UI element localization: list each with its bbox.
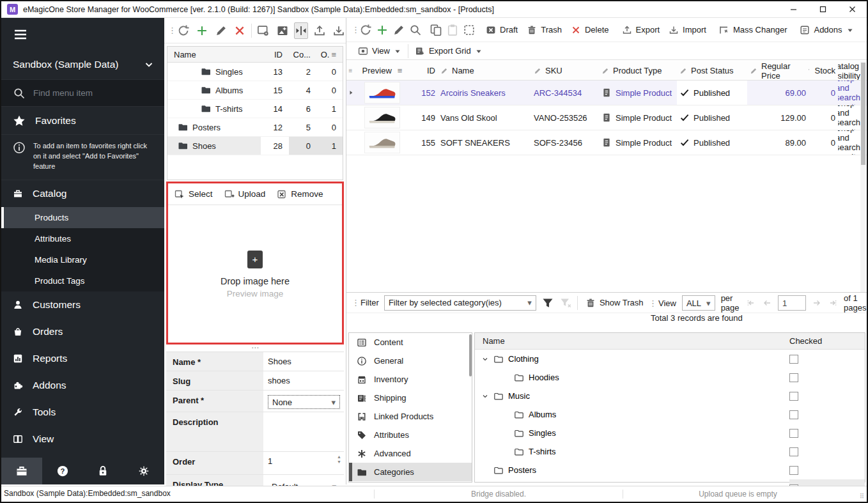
add-category-button[interactable]	[195, 22, 209, 39]
sidebar-item-catalog[interactable]: Catalog	[1, 180, 164, 207]
split-view-button[interactable]	[294, 22, 309, 39]
grid-col-preview[interactable]: Preview≡	[355, 61, 410, 80]
download-image-button[interactable]	[332, 22, 346, 39]
image-edit-button[interactable]	[275, 22, 289, 39]
category-checkbox[interactable]	[789, 447, 798, 456]
collapse-icon[interactable]	[481, 355, 489, 363]
search-products-button[interactable]	[409, 22, 422, 38]
page-number-input[interactable]	[778, 295, 806, 311]
refresh-button[interactable]	[176, 22, 190, 39]
parent-select[interactable]: None▾	[268, 395, 340, 409]
add-product-button[interactable]	[376, 22, 389, 38]
spinner-arrows[interactable]: ▲▼	[337, 455, 341, 464]
edit-category-button[interactable]	[214, 22, 228, 39]
sidebar-item-view[interactable]: View	[1, 426, 164, 453]
category-checkbox[interactable]	[789, 392, 798, 401]
assign-row-t-shirts[interactable]: T-shirts	[475, 442, 865, 461]
tab-general[interactable]: General	[349, 352, 472, 370]
next-page-icon[interactable]	[812, 298, 822, 308]
minimize-button[interactable]	[779, 1, 808, 17]
panel-splitter[interactable]: ⋯	[164, 346, 346, 351]
category-checkbox[interactable]	[789, 429, 798, 438]
draft-button[interactable]: Draft	[483, 25, 520, 35]
grid-col-name[interactable]: Name	[438, 61, 531, 80]
menu-search[interactable]	[1, 79, 164, 106]
trash-button[interactable]: Trash	[524, 25, 564, 35]
refresh-products-button[interactable]	[359, 22, 372, 38]
field-value[interactable]: shoes	[268, 376, 290, 385]
import-button[interactable]: Import	[666, 25, 709, 35]
sidebar-item-orders[interactable]: Orders	[1, 318, 164, 345]
grid-col-regular-price[interactable]: Regular Price	[747, 61, 809, 80]
apply-filter-icon[interactable]	[541, 297, 554, 309]
last-page-icon[interactable]	[828, 298, 838, 308]
tab-attributes[interactable]: Attributes	[349, 426, 472, 444]
show-trash-button[interactable]: Show Trash	[583, 298, 646, 308]
sidebar-item-addons[interactable]: Addons	[1, 372, 164, 399]
category-checkbox[interactable]	[789, 355, 798, 364]
grid-col-stock[interactable]: Stock	[809, 61, 838, 80]
product-row-149[interactable]: 149Vans Old SkoolVANO-253526Simple Produ…	[346, 105, 867, 130]
sidebar-bottom-settings-button[interactable]	[123, 458, 164, 484]
tab-linked-products[interactable]: Linked Products	[349, 407, 472, 426]
tabs-scrollbar-thumb[interactable]	[469, 334, 472, 376]
upload-image-button[interactable]	[313, 22, 327, 39]
close-button[interactable]	[837, 1, 867, 17]
assign-row-singles[interactable]: Singles	[475, 424, 865, 442]
image-upload-button[interactable]: Upload	[224, 189, 266, 199]
pager-grip[interactable]: ⋮	[649, 298, 653, 308]
image-dropzone[interactable]: + Drop image here Preview image	[168, 206, 342, 343]
assign-row-albums[interactable]: Albums	[475, 405, 865, 424]
product-row-152[interactable]: 152Arcoiris SneakersARC-344534Simple Pro…	[346, 81, 867, 105]
collapse-icon[interactable]	[481, 392, 489, 400]
tab-content[interactable]: Content	[349, 333, 472, 352]
grid-col-sku[interactable]: SKU	[531, 61, 599, 80]
category-row-t-shirts[interactable]: T-shirts1461	[167, 100, 343, 118]
tab-advanced[interactable]: Advanced	[349, 444, 472, 463]
sidebar-item-tools[interactable]: Tools	[1, 399, 164, 426]
sidebar-bottom-help-button[interactable]: ?	[42, 458, 83, 484]
hamburger-menu-icon[interactable]	[1, 18, 164, 45]
sidebar-item-media-library[interactable]: Media Library	[1, 249, 164, 270]
sidebar-bottom-store-manager-button[interactable]	[1, 458, 42, 484]
prev-page-icon[interactable]	[762, 298, 772, 308]
sidebar-item-product-tags[interactable]: Product Tags	[1, 270, 164, 291]
copy-button[interactable]	[430, 22, 442, 38]
sidebar-item-customers[interactable]: Customers	[1, 291, 164, 318]
category-row-albums[interactable]: Albums1540	[167, 81, 343, 100]
assign-row-clothing[interactable]: Clothing	[475, 350, 865, 368]
filter-category-select[interactable]: Filter by selected category(ies) ▾	[384, 295, 536, 311]
tab-product-tags[interactable]: Product Tags	[349, 481, 472, 483]
tab-shipping[interactable]: Shipping	[349, 389, 472, 407]
reports-button[interactable]: Reports	[864, 25, 868, 35]
category-row-shoes[interactable]: Shoes2801	[167, 137, 343, 155]
edit-product-button[interactable]	[392, 22, 405, 38]
col-order[interactable]: O.≡	[317, 50, 343, 59]
menu-search-input[interactable]	[33, 88, 142, 98]
assign-row-posters[interactable]: Posters	[475, 461, 865, 479]
field-value[interactable]: Shoes	[268, 357, 291, 366]
export-grid-button[interactable]: Export Grid	[412, 46, 485, 56]
product-row-155[interactable]: 155SOFT SNEAKERSSOFS-23456Simple Product…	[346, 130, 867, 155]
export-button[interactable]: Export	[619, 25, 663, 35]
category-checkbox[interactable]	[789, 410, 798, 419]
sidebar-item-reports[interactable]: Reports	[1, 345, 164, 372]
view-button[interactable]: View	[355, 46, 404, 56]
sidebar-item-products[interactable]: Products	[1, 207, 164, 228]
grid-scrollbar[interactable]	[860, 61, 866, 292]
category-row-posters[interactable]: Posters1250	[167, 118, 343, 137]
per-page-select[interactable]: ALL ▾	[682, 295, 715, 311]
store-selector[interactable]: Sandbox (Sample Data)	[1, 45, 164, 79]
category-row-singles[interactable]: Singles1320	[167, 63, 343, 81]
col-count[interactable]: Co...	[289, 50, 317, 59]
image-remove-button[interactable]: Remove	[277, 189, 323, 199]
tab-inventory[interactable]: Inventory	[349, 370, 472, 389]
order-value[interactable]: 1	[268, 456, 272, 466]
category-checkbox[interactable]	[789, 373, 798, 382]
toolbar-grip[interactable]: ⋮	[168, 26, 172, 35]
sidebar-item-attributes[interactable]: Attributes	[1, 228, 164, 249]
first-page-icon[interactable]	[746, 298, 756, 308]
resize-grip[interactable]: ⠿	[860, 493, 865, 500]
image-preview-button[interactable]	[256, 22, 270, 39]
toolbar-grip[interactable]: ⋮	[352, 25, 355, 35]
